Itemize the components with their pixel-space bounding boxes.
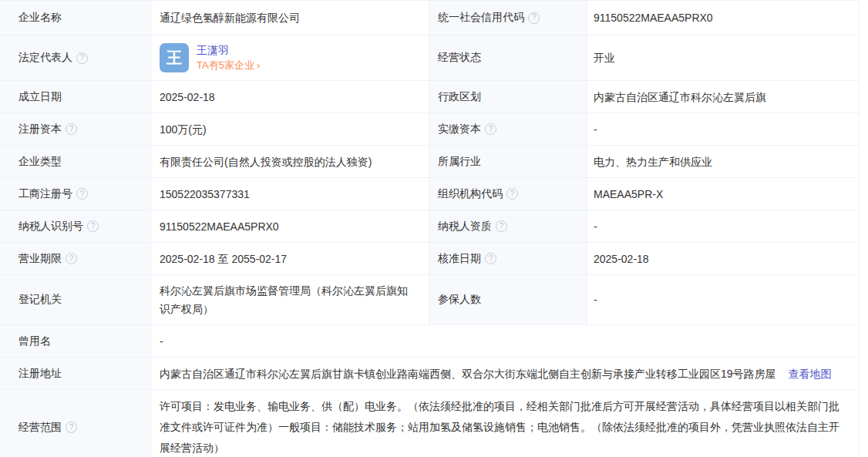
value-insured-count: - xyxy=(587,275,859,324)
table-row: 营业期限 ? 2025-02-18 至 2055-02-17 核准日期 ? 20… xyxy=(0,243,859,275)
table-row: 曾用名 ? - xyxy=(0,325,859,358)
value-text: 许可项目：发电业务、输电业务、供（配）电业务。（依法须经批准的项目，经相关部门批… xyxy=(160,396,843,457)
help-icon[interactable]: ? xyxy=(66,123,77,135)
label-text: 纳税人资质 xyxy=(438,220,492,234)
value-text: - xyxy=(160,332,163,351)
table-row: 纳税人识别号 ? 91150522MAEAA5PRX0 纳税人资质 ? - xyxy=(0,210,859,243)
value-org-code: MAEAA5PR-X xyxy=(587,178,859,210)
label-text: 组织机构代码 xyxy=(438,187,503,201)
value-text: 2025-02-18 至 2055-02-17 xyxy=(160,250,287,268)
label-text: 曾用名 xyxy=(19,334,51,348)
label-text: 参保人数 xyxy=(438,293,481,307)
label-paid-capital: 实缴资本 ? xyxy=(429,113,587,145)
legal-rep-name-link[interactable]: 王潇羽 xyxy=(197,44,260,56)
label-taxpayer-quality: 纳税人资质 ? xyxy=(429,210,587,242)
table-row: 法定代表人 ? 王 王潇羽 TA有5家企业 › 经营状态 ? 开业 xyxy=(0,35,859,81)
label-text: 经营范围 xyxy=(19,421,62,435)
help-icon[interactable]: ? xyxy=(76,188,88,200)
label-text: 纳税人识别号 xyxy=(19,220,83,234)
value-company-type: 有限责任公司(自然人投资或控股的法人独资) xyxy=(151,146,429,177)
label-business-status: 经营状态 ? xyxy=(429,35,587,80)
help-icon[interactable]: ? xyxy=(485,123,496,135)
value-text: 内蒙古自治区通辽市科尔沁左翼后旗 xyxy=(594,88,766,106)
help-icon[interactable]: ? xyxy=(87,220,99,232)
help-icon[interactable]: ? xyxy=(76,52,88,64)
legal-rep-avatar[interactable]: 王 xyxy=(160,43,189,72)
label-org-code: 组织机构代码 ? xyxy=(429,178,587,210)
rep-companies-text: TA有5家企业 xyxy=(197,59,254,72)
value-text: 内蒙古自治区通辽市科尔沁左翼后旗甘旗卡镇创业路南端西侧、双合尔大街东端北侧自主创… xyxy=(160,365,776,383)
value-text: 91150522MAEAA5PRX0 xyxy=(594,8,713,27)
label-business-term: 营业期限 ? xyxy=(0,243,151,274)
value-former-name: - xyxy=(151,325,859,357)
value-text: 开业 xyxy=(594,49,615,67)
value-business-status: 开业 xyxy=(587,35,859,80)
value-text: 科尔沁左翼后旗市场监督管理局（科尔沁左翼后旗知识产权局） xyxy=(160,281,416,318)
value-establish-date: 2025-02-18 xyxy=(151,81,429,113)
label-industry: 所属行业 ? xyxy=(429,146,587,177)
label-registration-number: 工商注册号 ? xyxy=(0,178,151,210)
label-insured-count: 参保人数 ? xyxy=(429,275,587,324)
label-taxpayer-id: 纳税人识别号 ? xyxy=(0,210,151,242)
label-approval-date: 核准日期 ? xyxy=(429,243,587,274)
table-row: 企业名称 ? 通辽绿色氢醇新能源有限公司 统一社会信用代码 ? 91150522… xyxy=(0,1,859,35)
value-industry: 电力、热力生产和供应业 xyxy=(587,146,859,177)
value-registry-authority: 科尔沁左翼后旗市场监督管理局（科尔沁左翼后旗知识产权局） xyxy=(151,275,429,324)
label-registered-capital: 注册资本 ? xyxy=(0,113,151,145)
table-row: 成立日期 ? 2025-02-18 行政区划 ? 内蒙古自治区通辽市科尔沁左翼后… xyxy=(0,81,859,113)
value-registered-capital: 100万(元) xyxy=(151,113,429,145)
label-text: 统一社会信用代码 xyxy=(438,11,524,25)
label-text: 注册资本 xyxy=(19,123,62,136)
value-approval-date: 2025-02-18 xyxy=(587,243,859,274)
label-text: 经营状态 xyxy=(438,51,481,65)
value-text: MAEAA5PR-X xyxy=(594,185,663,203)
label-legal-rep: 法定代表人 ? xyxy=(0,35,151,80)
label-text: 企业类型 xyxy=(19,155,62,169)
view-map-link[interactable]: 查看地图 xyxy=(789,365,832,383)
value-text: 2025-02-18 xyxy=(594,250,649,268)
value-text: 91150522MAEAA5PRX0 xyxy=(160,217,279,236)
table-row: 注册地址 ? 内蒙古自治区通辽市科尔沁左翼后旗甘旗卡镇创业路南端西侧、双合尔大街… xyxy=(0,358,859,390)
label-establish-date: 成立日期 ? xyxy=(0,81,151,113)
help-icon[interactable]: ? xyxy=(66,253,77,264)
label-former-name: 曾用名 ? xyxy=(0,325,151,357)
value-company-name: 通辽绿色氢醇新能源有限公司 xyxy=(151,1,429,35)
help-icon[interactable]: ? xyxy=(66,422,77,433)
value-text: 2025-02-18 xyxy=(160,88,215,106)
label-text: 工商注册号 xyxy=(19,187,72,201)
label-text: 核准日期 xyxy=(438,252,481,266)
table-row: 经营范围 ? 许可项目：发电业务、输电业务、供（配）电业务。（依法须经批准的项目… xyxy=(0,390,859,457)
value-legal-rep: 王 王潇羽 TA有5家企业 › xyxy=(151,35,429,80)
label-text: 法定代表人 xyxy=(19,51,72,65)
value-text: 150522035377331 xyxy=(160,185,250,203)
label-text: 注册地址 xyxy=(19,367,62,381)
label-text: 登记机关 xyxy=(19,293,62,307)
value-text: 有限责任公司(自然人投资或控股的法人独资) xyxy=(160,153,372,171)
help-icon[interactable]: ? xyxy=(485,253,496,264)
value-text: 100万(元) xyxy=(160,120,207,139)
value-registration-number: 150522035377331 xyxy=(151,178,429,210)
value-text: - xyxy=(594,217,597,236)
legal-rep-info: 王潇羽 TA有5家企业 › xyxy=(197,44,260,72)
label-text: 所属行业 xyxy=(438,155,481,169)
label-registry-authority: 登记机关 ? xyxy=(0,275,151,324)
table-row: 登记机关 ? 科尔沁左翼后旗市场监督管理局（科尔沁左翼后旗知识产权局） 参保人数… xyxy=(0,275,859,325)
label-district: 行政区划 ? xyxy=(429,81,587,113)
table-row: 注册资本 ? 100万(元) 实缴资本 ? - xyxy=(0,113,859,146)
label-registered-address: 注册地址 ? xyxy=(0,358,151,389)
label-text: 行政区划 xyxy=(438,90,481,104)
label-company-name: 企业名称 ? xyxy=(0,1,151,35)
value-paid-capital: - xyxy=(587,113,859,145)
value-text: 通辽绿色氢醇新能源有限公司 xyxy=(160,8,300,27)
rep-companies-link[interactable]: TA有5家企业 › xyxy=(197,59,260,72)
help-icon[interactable]: ? xyxy=(506,188,518,200)
label-credit-code: 统一社会信用代码 ? xyxy=(429,1,587,35)
help-icon[interactable]: ? xyxy=(528,12,540,24)
value-business-term: 2025-02-18 至 2055-02-17 xyxy=(151,243,429,274)
help-icon[interactable]: ? xyxy=(496,220,507,232)
chevron-right-icon: › xyxy=(257,59,260,72)
label-company-type: 企业类型 ? xyxy=(0,146,151,177)
value-text: 电力、热力生产和供应业 xyxy=(594,153,712,171)
value-taxpayer-id: 91150522MAEAA5PRX0 xyxy=(151,210,429,242)
label-text: 实缴资本 xyxy=(438,123,481,136)
